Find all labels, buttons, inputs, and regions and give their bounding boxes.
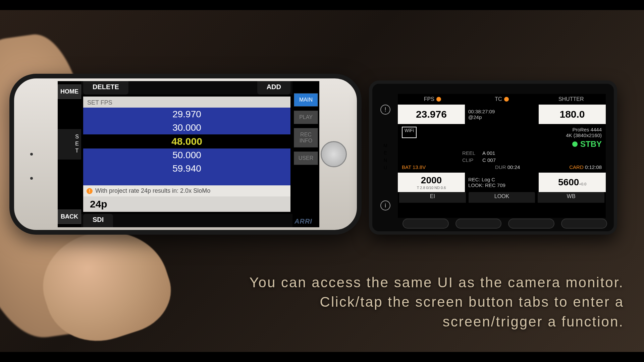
- rec-info-button[interactable]: REC INFO: [294, 128, 318, 147]
- left-controls: HOME SET BACK: [58, 81, 81, 227]
- hw-button[interactable]: [402, 219, 449, 229]
- fps-option[interactable]: 50.000: [83, 148, 290, 162]
- delete-tab[interactable]: DELETE: [83, 81, 128, 95]
- camera-screen: FPS TC SHUTTER 23.976 00:38:27:09 @24p 1…: [398, 94, 606, 218]
- card-value: 0:12:08: [585, 164, 602, 170]
- camera-footer: EI LOOK WB: [398, 192, 606, 203]
- bottom-tab-row: SDI: [81, 214, 292, 227]
- hw-button[interactable]: [508, 219, 554, 229]
- info-icon[interactable]: i: [380, 200, 390, 210]
- menu-button[interactable]: MENU: [383, 143, 388, 172]
- hw-button[interactable]: [455, 219, 502, 229]
- fps-option-selected[interactable]: 48.000: [83, 134, 290, 148]
- camera-remote-app: HOME SET BACK DELETE ADD SET FPS 29.970: [58, 81, 319, 227]
- video-frame: HOME SET BACK DELETE ADD SET FPS 29.970: [0, 10, 644, 352]
- wifi-badge: WiFi: [402, 127, 417, 138]
- status-badge: STBY: [572, 139, 602, 149]
- right-controls: MAIN PLAY REC INFO USER ARRI: [292, 81, 319, 227]
- resolution-text: 4K (3840x2160): [566, 132, 602, 138]
- camera-top-values: 23.976 00:38:27:09 @24p 180.0: [398, 105, 606, 124]
- sdi-tab[interactable]: SDI: [83, 214, 113, 227]
- main-button[interactable]: MAIN: [294, 93, 318, 107]
- format-text: ProRes 4444: [566, 127, 602, 132]
- warning-icon: [504, 97, 509, 102]
- reel-value: A 001: [482, 150, 495, 156]
- status-dot-icon: [572, 141, 578, 147]
- panel-title: SET FPS: [83, 97, 290, 108]
- wb-tab[interactable]: WB: [538, 192, 604, 203]
- info-bar: ! With project rate 24p results in: 2.0x…: [83, 185, 290, 196]
- ei-value[interactable]: 2000 T 2.8 0/10 ND 0.6: [398, 173, 465, 192]
- look-value[interactable]: REC: Log C LOOK: REC 709: [465, 173, 539, 192]
- phone-home-button[interactable]: [321, 141, 347, 167]
- project-rate: 24p: [83, 196, 290, 212]
- phone-screen: HOME SET BACK DELETE ADD SET FPS 29.970: [58, 81, 319, 227]
- center-panel: DELETE ADD SET FPS 29.970 30.000 48.000 …: [81, 81, 292, 227]
- fps-option[interactable]: 30.000: [83, 121, 290, 134]
- card-label: CARD: [569, 164, 584, 170]
- phone-sensor: [30, 177, 33, 180]
- camera-side-controls: ! MENU i: [377, 90, 394, 225]
- brand-logo: ARRI: [292, 216, 319, 227]
- dur-value: 00:24: [507, 164, 520, 170]
- wb-value[interactable]: 5600+0.0: [539, 173, 606, 192]
- fps-panel: SET FPS 29.970 30.000 48.000 50.000 59.9…: [83, 97, 290, 212]
- alert-icon[interactable]: !: [380, 105, 390, 115]
- warning-icon: !: [87, 188, 93, 194]
- look-tab[interactable]: LOOK: [469, 192, 535, 203]
- phone-device: HOME SET BACK DELETE ADD SET FPS 29.970: [9, 74, 362, 235]
- add-tab[interactable]: ADD: [257, 81, 290, 95]
- dur-label: DUR: [495, 164, 506, 170]
- ei-tab[interactable]: EI: [399, 192, 466, 203]
- play-button[interactable]: PLAY: [294, 111, 318, 124]
- hardware-buttons: [402, 219, 607, 229]
- reel-label: REEL: [462, 150, 482, 156]
- fps-option[interactable]: 29.970: [83, 108, 290, 121]
- hw-button[interactable]: [561, 219, 607, 229]
- clip-value: C 007: [482, 157, 496, 163]
- tc-value[interactable]: 00:38:27:09 @24p: [465, 105, 539, 124]
- set-button[interactable]: SET: [58, 129, 81, 160]
- bat-label: BAT: [402, 164, 411, 170]
- fps-header[interactable]: FPS: [398, 94, 467, 105]
- info-text: With project rate 24p results in: 2.0x S…: [95, 187, 210, 194]
- tc-header[interactable]: TC: [467, 94, 537, 105]
- home-button[interactable]: HOME: [58, 84, 81, 99]
- fps-list[interactable]: 29.970 30.000 48.000 50.000 59.940: [83, 108, 290, 185]
- camera-bottom-values: 2000 T 2.8 0/10 ND 0.6 REC: Log C LOOK: …: [398, 173, 606, 192]
- top-tab-row: DELETE ADD: [81, 81, 292, 95]
- bat-value: 13.8V: [413, 164, 426, 170]
- camera-status-area: WiFi ProRes 4444 4K (3840x2160) STBY REE…: [398, 124, 606, 173]
- fps-value[interactable]: 23.976: [398, 105, 465, 124]
- warning-icon: [436, 97, 441, 102]
- camera-monitor: ! MENU i FPS TC SHUTTER 23.976 00:38:27:…: [369, 80, 617, 235]
- camera-header: FPS TC SHUTTER: [398, 94, 606, 105]
- shutter-value[interactable]: 180.0: [539, 105, 606, 124]
- shutter-header[interactable]: SHUTTER: [536, 94, 606, 105]
- fps-option[interactable]: 59.940: [83, 162, 290, 175]
- caption-text: You can access the same UI as the camera…: [0, 273, 624, 332]
- user-button[interactable]: USER: [294, 152, 318, 165]
- phone-sensor: [30, 153, 33, 156]
- back-button[interactable]: BACK: [58, 209, 81, 224]
- clip-label: CLIP: [462, 157, 482, 163]
